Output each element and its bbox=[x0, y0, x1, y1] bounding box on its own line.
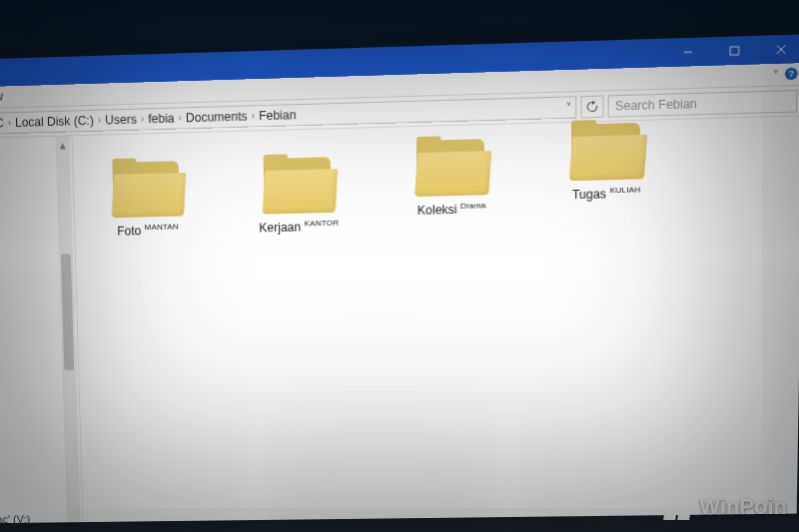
minimize-button[interactable] bbox=[665, 37, 712, 67]
scroll-up-arrow[interactable]: ▴ bbox=[56, 138, 70, 152]
breadcrumb-item[interactable]: Users bbox=[105, 112, 137, 127]
folder-item[interactable]: Foto MANTAN bbox=[91, 157, 203, 240]
breadcrumb-item[interactable]: Febian bbox=[259, 108, 297, 123]
search-placeholder: Search Febian bbox=[615, 96, 697, 112]
watermark: WinPoin bbox=[665, 494, 787, 520]
svg-rect-1 bbox=[730, 47, 739, 55]
ribbon-expand-icon[interactable]: ˅ bbox=[773, 69, 778, 80]
tab-view[interactable]: View bbox=[0, 87, 11, 106]
folder-content-area[interactable]: Foto MANTAN Kerjaan KANTOR Koleksi Drama bbox=[73, 116, 799, 522]
folder-icon bbox=[569, 119, 644, 181]
folder-label: Tugas KULIAH bbox=[572, 185, 641, 203]
help-icon[interactable]: ? bbox=[785, 68, 798, 81]
breadcrumb-item[interactable]: febia bbox=[148, 111, 175, 126]
search-input[interactable]: Search Febian bbox=[608, 90, 798, 118]
navigation-pane[interactable]: ▴ 'Mac' (V:) bbox=[0, 136, 83, 523]
chevron-right-icon: › bbox=[250, 110, 258, 121]
window-controls bbox=[665, 34, 799, 67]
chevron-right-icon: › bbox=[139, 113, 147, 124]
folder-label: Kerjaan KANTOR bbox=[259, 219, 339, 236]
windows-logo-icon bbox=[663, 494, 693, 520]
scrollbar-thumb[interactable] bbox=[61, 254, 74, 369]
breadcrumb-item[interactable]: Local Disk (C:) bbox=[15, 113, 94, 129]
refresh-button[interactable] bbox=[580, 95, 603, 118]
breadcrumb-item[interactable]: Documents bbox=[186, 109, 248, 125]
chevron-right-icon: › bbox=[6, 117, 14, 128]
close-button[interactable] bbox=[757, 34, 799, 64]
file-explorer-window: View ˅ ? is PC › Local Disk (C:) › Users… bbox=[0, 34, 799, 523]
folder-label: Foto MANTAN bbox=[117, 223, 179, 240]
chevron-right-icon: › bbox=[96, 115, 104, 126]
explorer-body: ▴ 'Mac' (V:) Foto MANTAN Kerjaan K bbox=[0, 116, 799, 523]
chevron-right-icon: › bbox=[176, 112, 184, 123]
folder-icon bbox=[110, 157, 184, 218]
folder-item[interactable]: Kerjaan KANTOR bbox=[242, 153, 355, 237]
folder-item[interactable]: Koleksi Drama bbox=[395, 135, 508, 220]
folder-label: Koleksi Drama bbox=[417, 201, 486, 218]
folder-icon bbox=[262, 153, 336, 214]
maximize-button[interactable] bbox=[711, 36, 758, 66]
watermark-text: WinPoin bbox=[699, 494, 787, 520]
folder-item[interactable]: Tugas KULIAH bbox=[549, 118, 664, 203]
history-dropdown-icon[interactable]: ˅ bbox=[566, 101, 571, 112]
breadcrumb-item[interactable]: is PC bbox=[0, 116, 4, 131]
folder-icon bbox=[414, 135, 488, 197]
